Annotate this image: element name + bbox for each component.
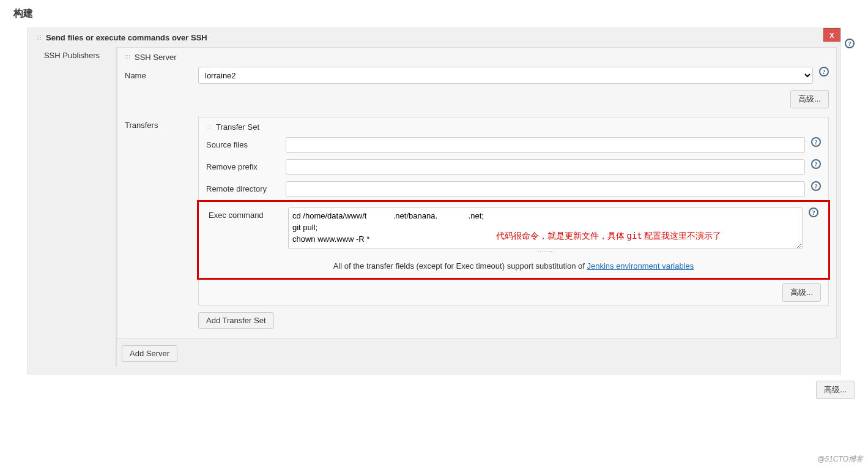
exec-command-textarea[interactable]: cd /home/data/www/t .net/banana. .net; g… bbox=[288, 207, 803, 249]
source-files-label: Source files bbox=[206, 137, 280, 149]
step-title: Send files or execute commands over SSH bbox=[46, 33, 207, 42]
help-icon[interactable]: ? bbox=[811, 181, 821, 191]
remote-directory-label: Remote directory bbox=[206, 181, 280, 193]
drag-handle-icon[interactable] bbox=[36, 35, 42, 41]
exec-command-label: Exec command bbox=[209, 207, 282, 220]
ssh-server-title: SSH Server bbox=[135, 53, 177, 62]
watermark-text: @51CTO博客 bbox=[817, 454, 863, 465]
env-variables-link[interactable]: Jenkins environment variables bbox=[587, 261, 694, 271]
advanced-button[interactable]: 高级... bbox=[782, 283, 821, 302]
section-title: 构建 bbox=[13, 7, 868, 20]
help-icon[interactable]: ? bbox=[811, 159, 821, 169]
drag-handle-icon[interactable] bbox=[125, 54, 131, 61]
advanced-button[interactable]: 高级... bbox=[790, 90, 829, 108]
remove-prefix-input[interactable] bbox=[286, 159, 805, 175]
transfer-set-title: Transfer Set bbox=[216, 122, 259, 132]
help-icon[interactable]: ? bbox=[845, 39, 855, 48]
source-files-input[interactable] bbox=[286, 137, 805, 153]
drag-handle-icon[interactable] bbox=[206, 124, 212, 130]
resize-handle-icon[interactable] bbox=[288, 250, 803, 253]
add-transfer-set-button[interactable]: Add Transfer Set bbox=[198, 312, 274, 329]
ssh-publishers-label: SSH Publishers bbox=[31, 47, 105, 367]
name-label: Name bbox=[125, 71, 198, 80]
remote-directory-input[interactable] bbox=[286, 181, 805, 197]
add-server-button[interactable]: Add Server bbox=[122, 345, 177, 362]
help-icon[interactable]: ? bbox=[809, 207, 818, 217]
server-name-select[interactable]: lorraine2 bbox=[198, 67, 813, 84]
transfers-label: Transfers bbox=[125, 114, 198, 130]
advanced-button[interactable]: 高级... bbox=[816, 381, 855, 399]
close-step-button[interactable]: X bbox=[823, 28, 840, 42]
remove-prefix-label: Remove prefix bbox=[206, 159, 280, 171]
transfer-note: All of the transfer fields (except for E… bbox=[201, 256, 826, 275]
help-icon[interactable]: ? bbox=[811, 137, 821, 147]
help-icon[interactable]: ? bbox=[819, 67, 829, 77]
